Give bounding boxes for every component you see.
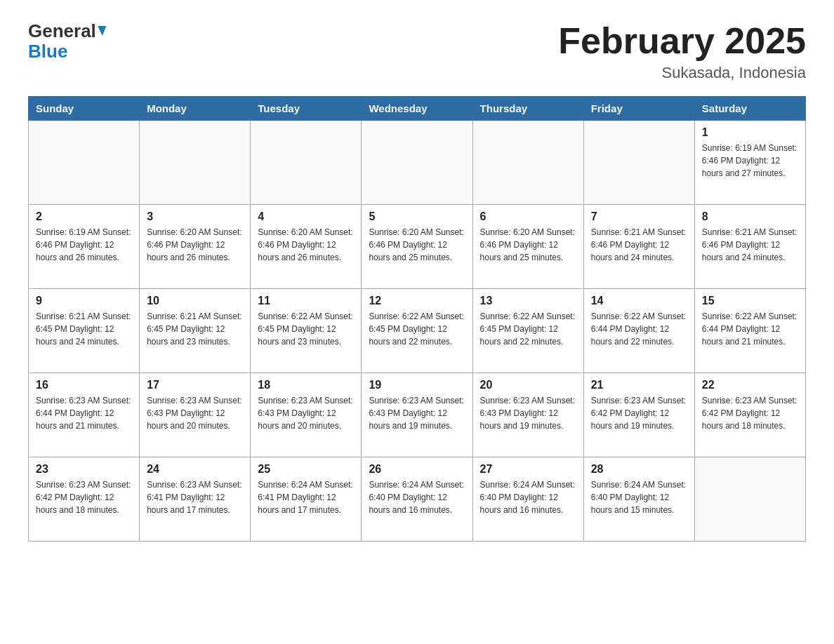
calendar-week-row: 9Sunrise: 6:21 AM Sunset: 6:45 PM Daylig…	[29, 289, 806, 373]
calendar-day-header: Wednesday	[362, 97, 472, 121]
calendar-cell: 4Sunrise: 6:20 AM Sunset: 6:46 PM Daylig…	[251, 205, 362, 289]
calendar-day-header: Friday	[583, 97, 694, 121]
calendar-cell: 28Sunrise: 6:24 AM Sunset: 6:40 PM Dayli…	[583, 457, 694, 542]
day-number: 3	[147, 210, 243, 223]
calendar-cell	[583, 121, 694, 205]
day-info: Sunrise: 6:19 AM Sunset: 6:46 PM Dayligh…	[36, 226, 132, 264]
logo: General Blue	[28, 21, 105, 61]
day-number: 7	[591, 210, 687, 223]
calendar-cell: 25Sunrise: 6:24 AM Sunset: 6:41 PM Dayli…	[251, 457, 362, 542]
day-number: 16	[36, 379, 132, 391]
calendar-cell: 13Sunrise: 6:22 AM Sunset: 6:45 PM Dayli…	[472, 289, 583, 373]
calendar-day-header: Sunday	[29, 97, 140, 121]
calendar-cell	[694, 457, 805, 542]
day-info: Sunrise: 6:20 AM Sunset: 6:46 PM Dayligh…	[369, 226, 465, 264]
day-number: 8	[702, 210, 798, 223]
day-info: Sunrise: 6:23 AM Sunset: 6:42 PM Dayligh…	[702, 394, 798, 432]
calendar-cell	[140, 121, 251, 205]
day-info: Sunrise: 6:24 AM Sunset: 6:40 PM Dayligh…	[591, 478, 687, 516]
day-number: 20	[480, 379, 576, 391]
location: Sukasada, Indonesia	[558, 64, 806, 82]
calendar-header-row: SundayMondayTuesdayWednesdayThursdayFrid…	[29, 97, 806, 121]
day-number: 19	[369, 379, 465, 391]
day-number: 25	[258, 463, 354, 476]
day-info: Sunrise: 6:21 AM Sunset: 6:45 PM Dayligh…	[147, 310, 243, 348]
calendar-day-header: Thursday	[472, 97, 583, 121]
calendar-cell: 6Sunrise: 6:20 AM Sunset: 6:46 PM Daylig…	[472, 205, 583, 289]
day-number: 15	[702, 295, 798, 307]
day-number: 4	[258, 210, 354, 223]
day-info: Sunrise: 6:24 AM Sunset: 6:40 PM Dayligh…	[369, 478, 465, 516]
calendar-cell: 16Sunrise: 6:23 AM Sunset: 6:44 PM Dayli…	[29, 373, 140, 457]
day-number: 5	[369, 210, 465, 223]
logo-blue: Blue	[28, 41, 105, 62]
day-number: 1	[702, 126, 798, 139]
day-number: 2	[36, 210, 132, 223]
calendar-cell	[29, 121, 140, 205]
calendar-day-header: Tuesday	[251, 97, 362, 121]
day-info: Sunrise: 6:23 AM Sunset: 6:43 PM Dayligh…	[480, 394, 576, 432]
day-number: 10	[147, 295, 243, 307]
logo-chevron-icon	[96, 26, 106, 36]
day-info: Sunrise: 6:24 AM Sunset: 6:41 PM Dayligh…	[258, 478, 354, 516]
calendar-cell: 19Sunrise: 6:23 AM Sunset: 6:43 PM Dayli…	[362, 373, 472, 457]
day-number: 22	[702, 379, 798, 391]
calendar-cell: 2Sunrise: 6:19 AM Sunset: 6:46 PM Daylig…	[29, 205, 140, 289]
calendar-cell: 12Sunrise: 6:22 AM Sunset: 6:45 PM Dayli…	[362, 289, 472, 373]
day-info: Sunrise: 6:22 AM Sunset: 6:45 PM Dayligh…	[258, 310, 354, 348]
day-info: Sunrise: 6:22 AM Sunset: 6:45 PM Dayligh…	[480, 310, 576, 348]
day-info: Sunrise: 6:22 AM Sunset: 6:44 PM Dayligh…	[591, 310, 687, 348]
calendar-cell: 7Sunrise: 6:21 AM Sunset: 6:46 PM Daylig…	[583, 205, 694, 289]
calendar-body: 1Sunrise: 6:19 AM Sunset: 6:46 PM Daylig…	[29, 121, 806, 542]
calendar-week-row: 2Sunrise: 6:19 AM Sunset: 6:46 PM Daylig…	[29, 205, 806, 289]
day-info: Sunrise: 6:23 AM Sunset: 6:43 PM Dayligh…	[147, 394, 243, 432]
day-number: 18	[258, 379, 354, 391]
day-info: Sunrise: 6:20 AM Sunset: 6:46 PM Dayligh…	[480, 226, 576, 264]
day-info: Sunrise: 6:23 AM Sunset: 6:43 PM Dayligh…	[369, 394, 465, 432]
day-info: Sunrise: 6:20 AM Sunset: 6:46 PM Dayligh…	[147, 226, 243, 264]
day-number: 28	[591, 463, 687, 476]
title-area: February 2025 Sukasada, Indonesia	[558, 21, 806, 82]
month-title: February 2025	[558, 21, 806, 61]
calendar-cell	[362, 121, 472, 205]
day-info: Sunrise: 6:23 AM Sunset: 6:41 PM Dayligh…	[147, 478, 243, 516]
calendar-cell: 9Sunrise: 6:21 AM Sunset: 6:45 PM Daylig…	[29, 289, 140, 373]
calendar-cell: 17Sunrise: 6:23 AM Sunset: 6:43 PM Dayli…	[140, 373, 251, 457]
day-number: 26	[369, 463, 465, 476]
calendar-cell: 1Sunrise: 6:19 AM Sunset: 6:46 PM Daylig…	[694, 121, 805, 205]
logo-general: General	[28, 21, 105, 41]
calendar-cell: 24Sunrise: 6:23 AM Sunset: 6:41 PM Dayli…	[140, 457, 251, 542]
calendar-cell: 11Sunrise: 6:22 AM Sunset: 6:45 PM Dayli…	[251, 289, 362, 373]
day-number: 6	[480, 210, 576, 223]
calendar-day-header: Saturday	[694, 97, 805, 121]
calendar-cell: 27Sunrise: 6:24 AM Sunset: 6:40 PM Dayli…	[472, 457, 583, 542]
calendar-cell: 3Sunrise: 6:20 AM Sunset: 6:46 PM Daylig…	[140, 205, 251, 289]
day-info: Sunrise: 6:22 AM Sunset: 6:44 PM Dayligh…	[702, 310, 798, 348]
day-info: Sunrise: 6:21 AM Sunset: 6:46 PM Dayligh…	[702, 226, 798, 264]
day-number: 24	[147, 463, 243, 476]
calendar-week-row: 23Sunrise: 6:23 AM Sunset: 6:42 PM Dayli…	[29, 457, 806, 542]
calendar-cell: 14Sunrise: 6:22 AM Sunset: 6:44 PM Dayli…	[583, 289, 694, 373]
day-info: Sunrise: 6:23 AM Sunset: 6:42 PM Dayligh…	[36, 478, 132, 516]
day-info: Sunrise: 6:23 AM Sunset: 6:43 PM Dayligh…	[258, 394, 354, 432]
calendar-cell: 8Sunrise: 6:21 AM Sunset: 6:46 PM Daylig…	[694, 205, 805, 289]
calendar-table: SundayMondayTuesdayWednesdayThursdayFrid…	[28, 96, 806, 542]
day-number: 23	[36, 463, 132, 476]
calendar-cell: 5Sunrise: 6:20 AM Sunset: 6:46 PM Daylig…	[362, 205, 472, 289]
day-info: Sunrise: 6:20 AM Sunset: 6:46 PM Dayligh…	[258, 226, 354, 264]
calendar-cell: 22Sunrise: 6:23 AM Sunset: 6:42 PM Dayli…	[694, 373, 805, 457]
day-info: Sunrise: 6:24 AM Sunset: 6:40 PM Dayligh…	[480, 478, 576, 516]
day-number: 21	[591, 379, 687, 391]
calendar-cell	[251, 121, 362, 205]
calendar-cell	[472, 121, 583, 205]
calendar-cell: 23Sunrise: 6:23 AM Sunset: 6:42 PM Dayli…	[29, 457, 140, 542]
calendar-cell: 15Sunrise: 6:22 AM Sunset: 6:44 PM Dayli…	[694, 289, 805, 373]
day-info: Sunrise: 6:19 AM Sunset: 6:46 PM Dayligh…	[702, 142, 798, 180]
calendar-day-header: Monday	[140, 97, 251, 121]
day-info: Sunrise: 6:21 AM Sunset: 6:45 PM Dayligh…	[36, 310, 132, 348]
day-number: 14	[591, 295, 687, 307]
calendar-cell: 26Sunrise: 6:24 AM Sunset: 6:40 PM Dayli…	[362, 457, 472, 542]
calendar-cell: 10Sunrise: 6:21 AM Sunset: 6:45 PM Dayli…	[140, 289, 251, 373]
day-number: 9	[36, 295, 132, 307]
calendar-week-row: 16Sunrise: 6:23 AM Sunset: 6:44 PM Dayli…	[29, 373, 806, 457]
